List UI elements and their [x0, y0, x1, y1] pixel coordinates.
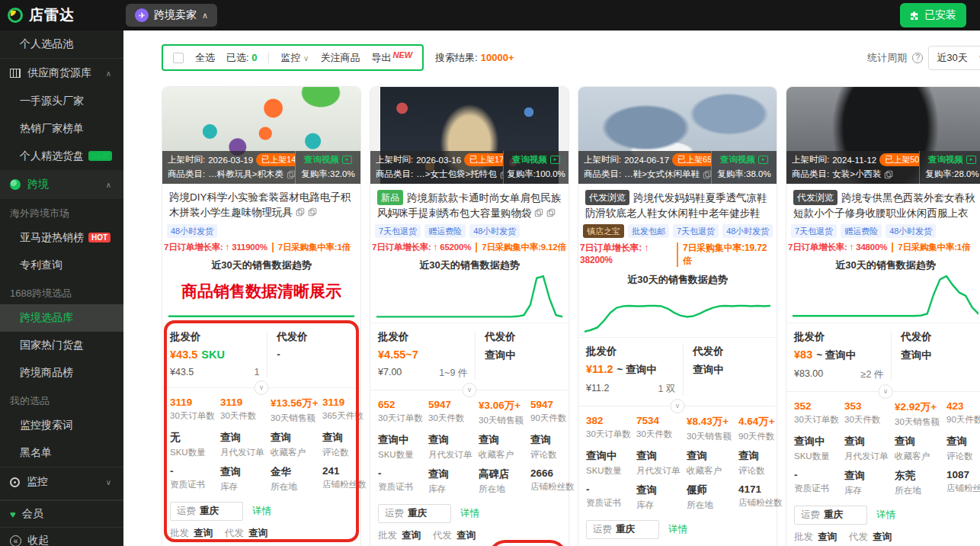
consign-inquiry-link[interactable]: 查询 — [456, 529, 476, 542]
stat-cell: 无 SKU数量 — [170, 431, 220, 458]
help-icon[interactable]: ? — [912, 53, 923, 63]
stat-value[interactable]: 查询 — [322, 431, 367, 445]
image-overlay: 上架时间:2026-03-16已上架17天 商品类目:…>女士包袋>托特包 查询… — [370, 151, 568, 184]
stat-value[interactable]: 查询 — [844, 435, 895, 448]
freight-city-select[interactable]: 运费重庆 — [170, 502, 243, 521]
sidebar-item[interactable]: 亚马逊热销榜HOT — [0, 224, 123, 252]
role-switcher-button[interactable]: ✈ 跨境卖家 ∧ — [126, 4, 217, 27]
chevron-down-icon: ∨ — [106, 478, 111, 487]
stat-value[interactable]: 查询 — [738, 449, 783, 463]
stat-cell: 查询 月代发订单 — [428, 433, 479, 461]
expand-chevron-icon[interactable]: ∨ — [671, 399, 685, 413]
copy-icon[interactable] — [534, 208, 543, 217]
product-title[interactable]: 跨境DIY科学小实验套装器材电路电子积木拼装小学生趣味物理玩具 — [162, 184, 360, 220]
consign-inquiry-link[interactable]: 查询 — [248, 527, 267, 540]
stat-value[interactable]: 查询 — [946, 435, 980, 448]
stat-value[interactable]: 查询 — [428, 433, 479, 447]
wholesale-inquiry-link[interactable]: 查询 — [194, 527, 213, 540]
freight-detail-link[interactable]: 详情 — [876, 509, 895, 522]
freight-city-select[interactable]: 运费重庆 — [794, 506, 867, 525]
freight-detail-link[interactable]: 详情 — [252, 505, 271, 518]
product-title[interactable]: 新品跨境新款款卡通时尚女单肩包民族风妈咪手提刺绣布包大容量购物袋 — [370, 184, 568, 220]
select-all-label[interactable]: 全选 — [195, 51, 215, 65]
freight-detail-link[interactable]: 详情 — [668, 523, 687, 536]
freight-detail-link[interactable]: 详情 — [460, 507, 479, 520]
stat-value[interactable]: 查询 — [428, 467, 479, 481]
sidebar-group[interactable]: 监控 ∨ — [0, 467, 123, 496]
select-all-checkbox[interactable] — [173, 53, 184, 63]
product-image[interactable]: 上架时间:2024-11-12已上架506天 商品类目:女装>小西装 查询视频▸… — [786, 87, 980, 184]
stat-value[interactable]: 查询 — [636, 483, 687, 497]
expand-chevron-icon[interactable]: ∨ — [255, 381, 269, 395]
product-image[interactable]: 上架时间:2024-06-17已上架654天 商品类目:…鞋>女式休闲单鞋 查询… — [578, 87, 777, 184]
stat-value[interactable]: 查询 — [636, 449, 687, 463]
stat-value[interactable]: 查询 — [220, 431, 271, 445]
sidebar-item[interactable]: 专利查询 — [0, 252, 123, 279]
sidebar-group[interactable]: 跨境 ∧ — [0, 170, 123, 199]
shelf-date: 2024-06-17 — [624, 156, 669, 165]
monitor-menu[interactable]: 监控 ∨ — [280, 51, 309, 65]
product-title[interactable]: 代发浏览跨境代发妈妈鞋夏季透气凉鞋防滑软底老人鞋女休闲鞋中老年健步鞋 — [578, 184, 777, 220]
product-title[interactable]: 代发浏览跨境专供黑色西装外套女春秋短款小个子修身收腰职业休闲西服上衣 — [786, 184, 980, 220]
stat-label: 所在地 — [479, 483, 530, 495]
expand-chevron-icon[interactable]: ∨ — [879, 384, 893, 399]
stat-value[interactable]: 查询中 — [794, 435, 844, 448]
stat-value[interactable]: 查询 — [479, 433, 530, 447]
sidebar-section-label: 我的选品 — [0, 387, 123, 412]
sidebar-item[interactable]: 国家热门货盘 — [0, 332, 123, 359]
sidebar-item[interactable]: 热销厂家榜单 — [0, 115, 123, 143]
wholesale-inquiry-link[interactable]: 查询 — [402, 529, 421, 542]
sidebar-item[interactable]: 监控搜索词 — [0, 412, 123, 439]
freight-city-select[interactable]: 运费重庆 — [586, 520, 659, 539]
sidebar-item[interactable]: 黑名单 — [0, 439, 123, 467]
freight-city-select[interactable]: 运费重庆 — [378, 504, 451, 523]
product-image[interactable]: 上架时间:2026-03-16已上架17天 商品类目:…>女士包袋>托特包 查询… — [370, 87, 568, 184]
sidebar-group[interactable]: 供应商货源库 ∧ — [0, 58, 123, 88]
copy-icon[interactable] — [308, 207, 317, 217]
consign-inquiry-link[interactable]: 查询 — [873, 531, 892, 544]
copy-icon[interactable] — [287, 170, 295, 179]
copy-icon[interactable] — [884, 170, 893, 179]
stat-cell: 查询 库存 — [844, 469, 895, 496]
sidebar-footer-item[interactable]: ♥会员 — [0, 500, 123, 527]
sidebar-item[interactable]: 一手源头厂家 — [0, 88, 123, 115]
sidebar-footer-item[interactable]: «收起 — [0, 527, 123, 546]
sidebar-item[interactable]: 个人精选货盘NEW — [0, 143, 123, 170]
stat-value[interactable]: 查询 — [895, 435, 946, 448]
service-tag: 7天包退货 — [673, 224, 719, 238]
image-overlay: 上架时间:2026-03-19已上架14天 商品类目:…科教玩具>积木类 查询视… — [162, 151, 360, 184]
sales-trend-chart — [786, 272, 980, 320]
stat-value[interactable]: 查询 — [530, 433, 575, 447]
query-video-link[interactable]: 查询视频▸ — [713, 153, 775, 167]
period-select[interactable]: 近30天∨ — [928, 46, 980, 70]
product-image[interactable]: 上架时间:2026-03-19已上架14天 商品类目:…科教玩具>积木类 查询视… — [162, 87, 360, 184]
price-suffix: ~ 查询中 — [617, 364, 657, 375]
stat-value[interactable]: 查询 — [220, 465, 271, 479]
follow-products-button[interactable]: 关注商品 — [320, 51, 360, 65]
copy-icon[interactable] — [703, 170, 711, 179]
export-button[interactable]: 导出NEW — [371, 50, 412, 65]
copy-icon[interactable] — [296, 207, 305, 217]
query-video-link[interactable]: 查询视频▸ — [921, 153, 980, 167]
consign-price: 查询中 — [901, 348, 975, 362]
stat-value[interactable]: 查询 — [844, 469, 895, 483]
installed-button[interactable]: 已安装 — [900, 3, 966, 27]
sidebar-item[interactable]: 个人选品池 — [0, 31, 123, 58]
stat-value[interactable]: 查询中 — [378, 433, 428, 447]
expand-chevron-icon[interactable]: ∨ — [463, 383, 477, 397]
query-video-link[interactable]: 查询视频▸ — [505, 153, 567, 167]
stat-value[interactable]: 查询中 — [586, 449, 636, 463]
wholesale-inquiry-link[interactable]: 查询 — [818, 531, 837, 544]
stat-value[interactable]: 查询 — [687, 449, 738, 463]
stat-value[interactable]: 查询 — [271, 431, 322, 445]
stat-label: 30天销售额 — [271, 413, 322, 424]
service-tag: 48小时发货 — [722, 224, 773, 238]
sidebar-item[interactable]: 跨境商品榜 — [0, 359, 123, 387]
wholesale-sub-price: ¥43.5 — [170, 367, 194, 377]
app-logo[interactable]: 店雷达 — [0, 5, 123, 25]
copy-icon[interactable] — [546, 208, 556, 217]
sidebar-section-label: 1688跨境选品 — [0, 279, 123, 304]
stat-label: 店铺粉丝数 — [738, 497, 783, 509]
sidebar-item[interactable]: 跨境选品库 — [0, 304, 123, 332]
query-video-link[interactable]: 查询视频▸ — [297, 153, 359, 167]
